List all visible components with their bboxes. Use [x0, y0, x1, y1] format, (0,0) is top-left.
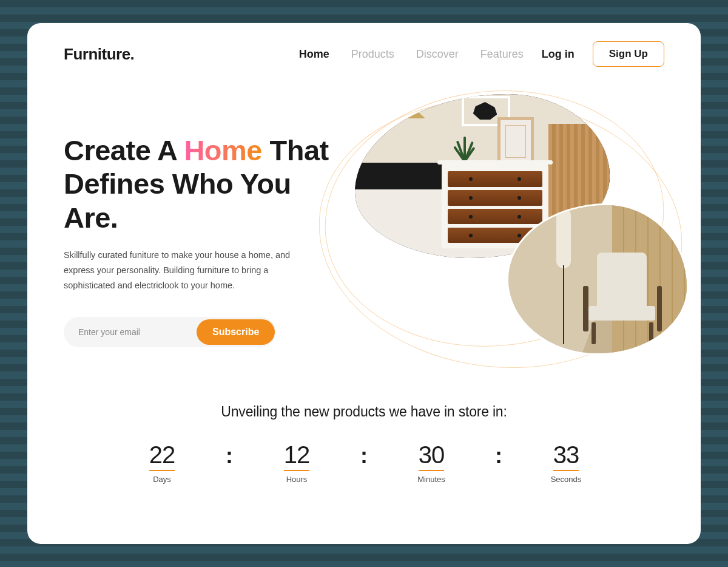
- nav-link-discover[interactable]: Discover: [416, 48, 459, 61]
- subscribe-form: Subscribe: [64, 317, 276, 347]
- hero-image-chair: [507, 203, 689, 355]
- nav-links: Home Products Discover Features: [299, 48, 524, 61]
- countdown-minutes: 30 Minutes: [410, 441, 453, 484]
- hero-description: Skillfully curated funiture to make your…: [64, 248, 306, 293]
- armchair-icon: [580, 253, 666, 344]
- countdown-value: 30: [419, 441, 445, 471]
- top-nav: Furniture. Home Products Discover Featur…: [64, 41, 664, 67]
- nav-link-features[interactable]: Features: [480, 48, 524, 61]
- countdown-label: Days: [153, 475, 171, 484]
- countdown-label: Minutes: [417, 475, 445, 484]
- countdown-title: Unveiling the new products we have in st…: [64, 404, 664, 420]
- landing-card: Furniture. Home Products Discover Featur…: [27, 23, 701, 544]
- countdown-days: 22 Days: [141, 441, 183, 484]
- countdown-value: 33: [553, 441, 579, 471]
- login-link[interactable]: Log in: [542, 48, 575, 61]
- nav-link-home[interactable]: Home: [299, 48, 329, 61]
- hero-title-part1: Create A: [64, 134, 184, 166]
- subscribe-button[interactable]: Subscribe: [197, 319, 275, 345]
- countdown-section: Unveiling the new products we have in st…: [64, 404, 664, 484]
- countdown-label: Hours: [286, 475, 308, 484]
- countdown-separator: :: [495, 441, 502, 467]
- hero-section: Create A Home That Defines Who You Are. …: [64, 94, 664, 361]
- countdown-row: 22 Days : 12 Hours : 30 Minutes : 33 Sec…: [64, 441, 664, 484]
- picture-frame-icon: [497, 117, 534, 166]
- floor-lamp-icon: [551, 208, 576, 344]
- brand-logo[interactable]: Furniture.: [64, 45, 134, 64]
- countdown-value: 12: [284, 441, 310, 471]
- hero-title-highlight: Home: [184, 134, 262, 166]
- hero-title: Create A Home That Defines Who You Are.: [64, 134, 331, 234]
- nav-link-products[interactable]: Products: [351, 48, 394, 61]
- countdown-separator: :: [226, 441, 233, 467]
- hero-left: Create A Home That Defines Who You Are. …: [64, 94, 331, 347]
- countdown-seconds: 33 Seconds: [545, 441, 587, 484]
- lamp-cord: [413, 94, 413, 109]
- countdown-label: Seconds: [551, 475, 582, 484]
- countdown-separator: :: [360, 441, 368, 467]
- email-input[interactable]: [66, 319, 197, 345]
- countdown-hours: 12 Hours: [275, 441, 318, 484]
- countdown-value: 22: [149, 441, 175, 471]
- hero-image-area: [337, 94, 664, 361]
- nav-right: Home Products Discover Features Log in S…: [299, 41, 664, 67]
- signup-button[interactable]: Sign Up: [593, 41, 664, 67]
